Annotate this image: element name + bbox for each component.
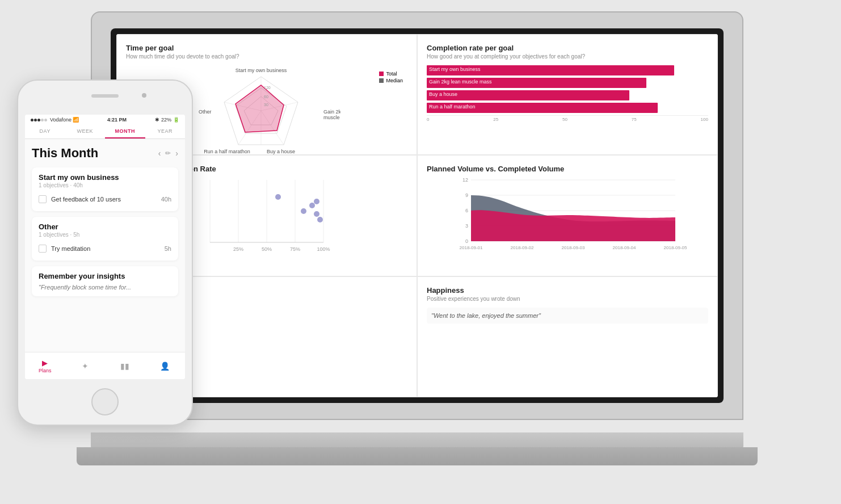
svg-point-34 (314, 211, 319, 217)
svg-text:50%: 50% (262, 246, 272, 252)
phone-bottom-nav[interactable]: ▶ Plans ✦ ▮▮ 👤 (25, 352, 185, 379)
phone-camera (142, 93, 146, 98)
svg-text:75%: 75% (290, 246, 300, 252)
obj-label-1: Get feedback of 10 users (51, 196, 157, 203)
plans-label: Plans (39, 368, 52, 373)
svg-text:2018-09-05: 2018-09-05 (664, 245, 687, 250)
wifi-icon: 📶 (73, 117, 79, 123)
tab-week[interactable]: WEEK (65, 125, 106, 138)
svg-point-30 (275, 194, 281, 200)
axis-0: 0 (427, 117, 429, 122)
nav-plans[interactable]: ▶ Plans (25, 359, 65, 373)
bar-label-4: Run a half marathon (429, 104, 476, 110)
objective-row-1: Get feedback of 10 users 40h (39, 193, 171, 205)
radar-svg: Start my own business Gain 2kg lean musc… (193, 65, 340, 155)
goal-name-1: Start my own business (39, 173, 171, 182)
prev-month-btn[interactable]: ‹ (158, 149, 161, 158)
nav-stats[interactable]: ▮▮ (105, 362, 145, 371)
nav-profile[interactable]: 👤 (145, 362, 186, 371)
area-svg: 12 9 6 3 0 2018-09-01 2018-09-02 2018-09… (427, 174, 708, 254)
tab-day[interactable]: DAY (25, 125, 65, 138)
bar-fill-4: Run a half marathon (427, 103, 658, 113)
bar-fill-3: Buy a house (427, 90, 629, 100)
signal-dot-2 (34, 119, 37, 121)
goal-name-2: Other (39, 222, 171, 231)
completion-rate-panel: Completion rate per goal How good are yo… (417, 34, 718, 155)
stats-icon: ▮▮ (120, 362, 129, 371)
bar-label-3: Buy a house (429, 91, 457, 97)
laptop-base (91, 432, 743, 448)
planned-volume-panel: Planned Volume vs. Completed Volume 12 9… (417, 155, 718, 276)
svg-text:0: 0 (465, 238, 468, 244)
phone-content: This Month ‹ ✏ › Start my own business 1… (25, 139, 185, 352)
phone-home-button[interactable] (91, 388, 119, 415)
signal-dot-5 (44, 119, 47, 121)
svg-text:Other: Other (199, 109, 212, 115)
obj-time-2: 5h (165, 245, 171, 252)
legend-total: Total (386, 71, 397, 77)
svg-point-31 (301, 208, 306, 214)
bluetooth-icon: ✱ (155, 117, 159, 123)
battery-label: 22% (161, 117, 171, 123)
happiness-panel: Happiness Positive experiences you wrote… (417, 276, 718, 397)
svg-text:6: 6 (465, 208, 468, 213)
axis-50: 50 (562, 117, 567, 122)
bar-row-1: Start my own business (427, 65, 708, 75)
axis-25: 25 (493, 117, 498, 122)
phone-speaker (91, 94, 119, 98)
insights-text: "Frequently block some time for... (39, 284, 171, 291)
signal-dot-3 (37, 119, 40, 121)
signal-dots (31, 119, 47, 121)
svg-point-35 (317, 217, 323, 222)
bar-label-2: Gain 2kg lean muscle mass (429, 79, 492, 85)
obj-label-2: Try meditation (51, 245, 160, 252)
svg-text:Gain 2kg lean: Gain 2kg lean (323, 109, 340, 115)
tab-month[interactable]: MONTH (105, 125, 145, 138)
svg-text:Run a half marathon: Run a half marathon (204, 149, 250, 154)
svg-text:2018-09-02: 2018-09-02 (511, 245, 534, 250)
radar-legend: Total Median (379, 71, 403, 85)
laptop-foot (77, 447, 758, 465)
bar-label-1: Start my own business (429, 66, 481, 72)
goal-meta-1: 1 objectives · 40h (39, 182, 171, 188)
svg-text:muscle mass: muscle mass (323, 115, 340, 120)
phone-tabs[interactable]: DAY WEEK MONTH YEAR (25, 125, 185, 139)
obj-checkbox-1[interactable] (39, 195, 47, 203)
focus-icon: ✦ (82, 362, 89, 371)
month-header: This Month ‹ ✏ › (32, 146, 178, 161)
signal-dot-1 (31, 119, 33, 121)
svg-text:60: 60 (264, 95, 268, 99)
edit-btn[interactable]: ✏ (165, 149, 171, 157)
obj-checkbox-2[interactable] (39, 245, 47, 253)
carrier-label: Vodafone (50, 117, 72, 123)
happiness-subtitle: Positive experiences you wrote down (427, 296, 708, 302)
laptop-screen: Time per goal How much time did you devo… (116, 34, 718, 397)
next-month-btn[interactable]: › (175, 149, 178, 158)
svg-text:12: 12 (462, 177, 468, 183)
phone-status-bar: Vodafone 📶 4:21 PM ✱ 22% 🔋 (25, 115, 185, 125)
bar-row-2: Gain 2kg lean muscle mass (427, 78, 708, 88)
svg-rect-18 (379, 72, 384, 76)
svg-rect-19 (379, 78, 384, 83)
bar-axis: 0 25 50 75 100 (427, 115, 708, 122)
planned-volume-title: Planned Volume vs. Completed Volume (427, 165, 708, 173)
status-left: Vodafone 📶 (31, 117, 79, 123)
status-right: ✱ 22% 🔋 (155, 117, 179, 123)
profile-icon: 👤 (160, 362, 170, 371)
goal-card-1: Start my own business 1 objectives · 40h… (32, 167, 178, 211)
bar-fill-2: Gain 2kg lean muscle mass (427, 78, 646, 88)
svg-text:30: 30 (264, 103, 268, 107)
svg-text:Start my own business: Start my own business (236, 68, 287, 73)
time-per-goal-subtitle: How much time did you devote to each goa… (126, 53, 407, 60)
tab-year[interactable]: YEAR (145, 125, 186, 138)
insights-card: Remember your insights "Frequently block… (32, 266, 178, 296)
completion-rate-subtitle: How good are you at completing your obje… (427, 53, 708, 60)
clock: 4:21 PM (107, 117, 127, 123)
bar-chart: Start my own business Gain 2kg lean musc… (427, 65, 708, 122)
svg-marker-14 (236, 85, 284, 132)
nav-focus[interactable]: ✦ (65, 362, 106, 371)
plans-icon: ▶ (42, 359, 48, 367)
svg-text:Buy a house: Buy a house (267, 149, 295, 154)
signal-dot-4 (41, 119, 44, 121)
objective-row-2: Try meditation 5h (39, 242, 171, 255)
